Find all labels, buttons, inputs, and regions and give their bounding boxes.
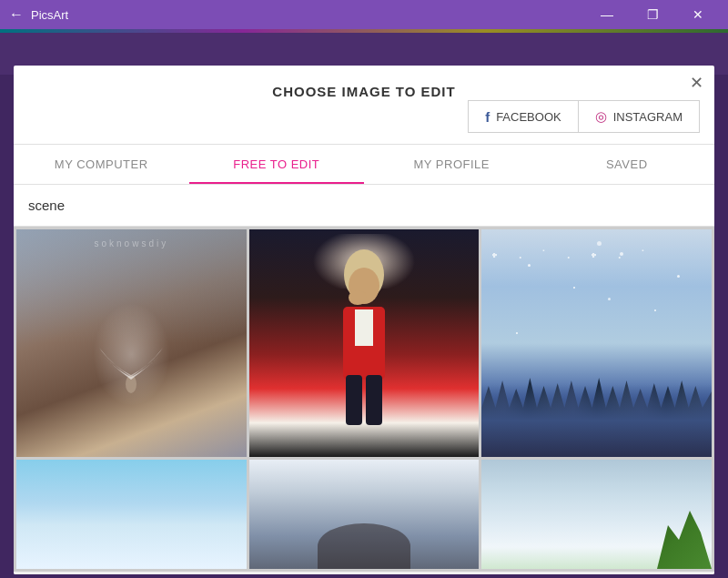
minimize-button[interactable]: —	[586, 0, 628, 29]
window-close-button[interactable]: ✕	[677, 0, 719, 29]
facebook-icon: f	[485, 109, 490, 125]
instagram-button[interactable]: ◎ INSTAGRAM	[578, 100, 700, 133]
social-buttons-container: f FACEBOOK ◎ INSTAGRAM	[14, 100, 714, 145]
man-figure	[332, 248, 396, 430]
facebook-label: FACEBOOK	[496, 110, 561, 124]
instagram-label: INSTAGRAM	[613, 110, 682, 124]
svg-point-3	[349, 290, 367, 305]
modal-title: CHOOSE IMAGE TO EDIT	[272, 84, 455, 99]
maximize-button[interactable]: ❐	[632, 0, 673, 29]
tab-free-to-edit[interactable]: FREE TO EDIT	[189, 145, 365, 184]
image-grid: soknowsdiy	[14, 227, 714, 572]
window-controls: — ❐ ✕	[586, 0, 719, 29]
image-item-sky-person[interactable]	[249, 460, 480, 569]
image-item-sky-blue[interactable]	[16, 460, 247, 569]
modal-header: CHOOSE IMAGE TO EDIT ✕	[14, 66, 714, 100]
app-title: PicsArt	[31, 8, 68, 22]
image-item-angel[interactable]: soknowsdiy	[16, 229, 247, 457]
facebook-button[interactable]: f FACEBOOK	[468, 100, 578, 133]
sky-blue-image	[16, 460, 247, 569]
image-item-snow[interactable]	[481, 229, 712, 457]
image-item-man[interactable]	[249, 229, 480, 457]
snow-particles	[481, 229, 712, 457]
app-background: CHOOSE IMAGE TO EDIT ✕ f FACEBOOK ◎ INST…	[0, 29, 728, 578]
angel-image: soknowsdiy	[16, 229, 247, 457]
tabs-container: MY COMPUTER FREE TO EDIT MY PROFILE SAVE…	[14, 145, 714, 185]
svg-rect-5	[355, 309, 373, 346]
clouds-image	[481, 460, 712, 569]
modal-close-button[interactable]: ✕	[690, 75, 703, 91]
sky-person-image	[249, 460, 480, 569]
search-input[interactable]	[28, 194, 700, 217]
titlebar: ← PicsArt — ❐ ✕	[0, 0, 728, 29]
watermark: soknowsdiy	[16, 238, 247, 248]
svg-rect-6	[346, 375, 362, 425]
angel-figure	[95, 339, 167, 402]
tab-my-computer[interactable]: MY COMPUTER	[14, 145, 189, 184]
tab-my-profile[interactable]: MY PROFILE	[364, 145, 540, 184]
search-bar	[14, 185, 714, 227]
modal-bottom-bar	[14, 572, 714, 574]
back-button[interactable]: ←	[9, 6, 24, 23]
snow-image	[481, 229, 712, 457]
tab-saved[interactable]: SAVED	[540, 145, 715, 184]
svg-rect-7	[366, 375, 382, 425]
image-item-clouds[interactable]	[481, 460, 712, 569]
choose-image-modal: CHOOSE IMAGE TO EDIT ✕ f FACEBOOK ◎ INST…	[14, 66, 714, 574]
modal-overlay: CHOOSE IMAGE TO EDIT ✕ f FACEBOOK ◎ INST…	[0, 29, 728, 578]
man-image	[249, 229, 480, 457]
instagram-icon: ◎	[595, 108, 607, 125]
titlebar-left: ← PicsArt	[9, 6, 68, 23]
